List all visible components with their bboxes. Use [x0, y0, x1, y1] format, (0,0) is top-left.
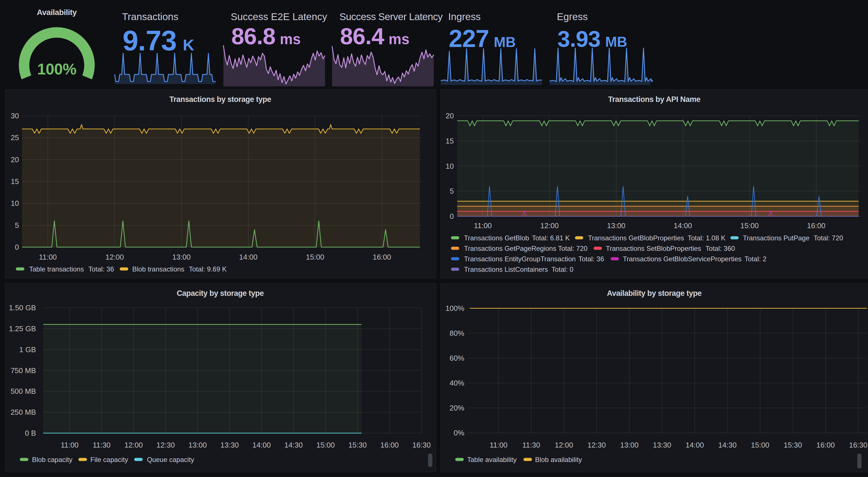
svg-text:16:00: 16:00: [380, 441, 399, 449]
svg-text:Blob capacity: Blob capacity: [32, 456, 72, 464]
svg-text:10: 10: [445, 162, 454, 170]
svg-text:12:00: 12:00: [124, 441, 143, 449]
svg-text:15:30: 15:30: [784, 441, 802, 449]
svg-text:Table transactions: Table transactions: [29, 265, 84, 273]
svg-text:14:30: 14:30: [284, 441, 303, 449]
svg-text:Total: 2: Total: 2: [745, 255, 766, 263]
svg-text:13:30: 13:30: [653, 441, 671, 449]
svg-text:11:00: 11:00: [490, 441, 507, 449]
svg-text:15:00: 15:00: [306, 253, 324, 261]
svg-text:Table availability: Table availability: [467, 456, 517, 464]
svg-text:Transactions GetBlobServicePro: Transactions GetBlobServiceProperties: [623, 255, 741, 263]
svg-text:100%: 100%: [445, 304, 465, 313]
svg-text:0%: 0%: [454, 428, 464, 437]
svg-text:13:00: 13:00: [620, 441, 639, 449]
svg-text:Transactions GetBlob: Transactions GetBlob: [464, 234, 529, 242]
svg-text:40%: 40%: [450, 379, 464, 387]
svg-text:Total: 36: Total: 36: [578, 255, 604, 263]
svg-text:Transactions ListContainers: Transactions ListContainers: [464, 265, 548, 273]
svg-text:11:00: 11:00: [39, 253, 57, 261]
svg-text:0: 0: [450, 212, 454, 221]
svg-text:15:00: 15:00: [740, 221, 759, 230]
svg-text:Total: 0: Total: 0: [552, 265, 573, 273]
svg-text:13:00: 13:00: [172, 253, 190, 261]
svg-text:14:30: 14:30: [718, 441, 737, 449]
svg-text:20%: 20%: [450, 404, 464, 412]
svg-text:Total: 36: Total: 36: [88, 265, 114, 273]
svg-text:250 MB: 250 MB: [10, 408, 36, 416]
svg-text:11:30: 11:30: [522, 441, 540, 449]
svg-text:Total: 6.81 K: Total: 6.81 K: [532, 234, 569, 242]
svg-text:Blob transactions: Blob transactions: [132, 265, 184, 273]
svg-text:1 GB: 1 GB: [19, 345, 36, 354]
svg-text:1.50 GB: 1.50 GB: [9, 304, 36, 312]
svg-text:14:00: 14:00: [685, 441, 704, 449]
svg-text:10: 10: [11, 199, 19, 208]
svg-text:Total: 9.69 K: Total: 9.69 K: [189, 265, 226, 273]
svg-text:12:30: 12:30: [156, 441, 175, 449]
svg-text:14:00: 14:00: [252, 441, 271, 449]
svg-text:15:00: 15:00: [316, 441, 335, 449]
svg-text:0 B: 0 B: [25, 429, 36, 437]
svg-text:0: 0: [15, 243, 19, 251]
svg-text:500 MB: 500 MB: [10, 387, 36, 395]
svg-text:Total: 720: Total: 720: [814, 234, 843, 242]
svg-text:5: 5: [450, 187, 454, 195]
svg-text:5: 5: [15, 221, 19, 230]
svg-text:1.25 GB: 1.25 GB: [9, 324, 36, 333]
svg-text:Total: 360: Total: 360: [706, 245, 735, 252]
svg-text:12:00: 12:00: [105, 253, 124, 261]
svg-text:File capacity: File capacity: [90, 456, 128, 464]
svg-text:30: 30: [11, 112, 19, 120]
svg-text:750 MB: 750 MB: [10, 366, 36, 375]
svg-text:Transactions GetPageRegions: Transactions GetPageRegions: [464, 245, 556, 252]
svg-text:15: 15: [445, 137, 454, 145]
svg-text:13:00: 13:00: [188, 441, 207, 449]
svg-text:16:30: 16:30: [412, 441, 431, 449]
svg-text:20: 20: [445, 112, 454, 120]
svg-text:Total: 720: Total: 720: [558, 245, 587, 252]
svg-text:Transactions EntityGroupTransa: Transactions EntityGroupTransaction: [464, 255, 576, 263]
svg-text:80%: 80%: [450, 329, 464, 338]
svg-text:14:00: 14:00: [239, 253, 257, 261]
svg-text:16:00: 16:00: [807, 221, 825, 230]
svg-text:15: 15: [11, 177, 19, 186]
svg-text:16:30: 16:30: [849, 441, 867, 449]
svg-text:16:00: 16:00: [373, 253, 391, 261]
svg-text:14:00: 14:00: [674, 221, 692, 230]
svg-text:16:00: 16:00: [816, 441, 835, 449]
svg-text:12:30: 12:30: [587, 441, 606, 449]
svg-text:Transactions SetBlobProperties: Transactions SetBlobProperties: [606, 245, 701, 252]
svg-text:Transactions PutPage: Transactions PutPage: [743, 234, 809, 242]
svg-text:Total: 1.08 K: Total: 1.08 K: [688, 234, 725, 242]
svg-text:12:00: 12:00: [555, 441, 573, 449]
svg-text:11:00: 11:00: [474, 221, 492, 230]
svg-text:Transactions GetBlobProperties: Transactions GetBlobProperties: [588, 234, 684, 242]
svg-text:11:30: 11:30: [93, 441, 111, 449]
svg-text:15:30: 15:30: [348, 441, 367, 449]
svg-text:11:00: 11:00: [61, 441, 79, 449]
svg-text:Queue capacity: Queue capacity: [147, 456, 194, 464]
svg-text:60%: 60%: [450, 354, 464, 362]
svg-text:12:00: 12:00: [540, 221, 559, 230]
svg-text:Blob availability: Blob availability: [535, 456, 582, 464]
svg-text:13:30: 13:30: [220, 441, 239, 449]
svg-text:13:00: 13:00: [607, 221, 625, 230]
svg-text:15:00: 15:00: [751, 441, 769, 449]
svg-text:25: 25: [11, 133, 19, 142]
svg-text:20: 20: [11, 155, 19, 164]
